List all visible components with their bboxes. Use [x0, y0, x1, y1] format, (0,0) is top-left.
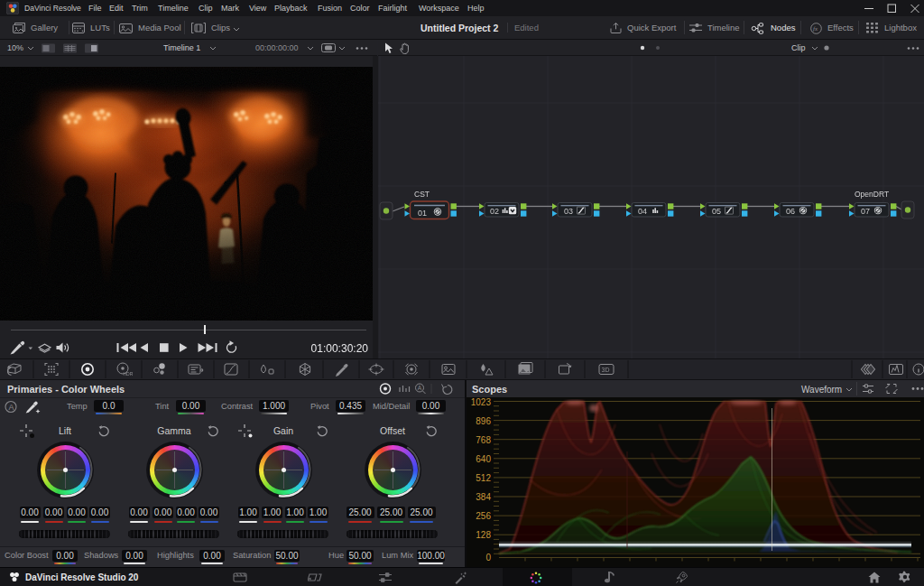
svg-text:CST: CST: [414, 190, 430, 199]
svg-text:0: 0: [485, 553, 491, 563]
svg-text:05: 05: [712, 207, 721, 216]
svg-text:fx: fx: [813, 25, 818, 33]
svg-text:128: 128: [476, 530, 491, 540]
svg-text:768: 768: [476, 435, 491, 445]
svg-text:256: 256: [476, 511, 491, 521]
svg-text:03: 03: [564, 207, 573, 216]
svg-text:640: 640: [476, 454, 491, 464]
svg-text:06: 06: [786, 207, 795, 216]
svg-text:HDR: HDR: [124, 371, 134, 377]
svg-text:OpenDRT: OpenDRT: [855, 190, 889, 199]
svg-text:384: 384: [476, 492, 491, 502]
svg-text:01: 01: [418, 209, 427, 218]
svg-text:1023: 1023: [471, 397, 492, 407]
svg-text:01:00:30:20: 01:00:30:20: [311, 342, 368, 355]
svg-text:04: 04: [638, 207, 647, 216]
svg-text:A: A: [8, 403, 14, 412]
svg-text:896: 896: [476, 416, 491, 426]
svg-text:3D: 3D: [602, 367, 610, 373]
svg-text:A: A: [418, 385, 422, 391]
svg-text:512: 512: [476, 473, 491, 483]
svg-text:07: 07: [861, 207, 870, 216]
svg-text:02: 02: [490, 207, 499, 216]
